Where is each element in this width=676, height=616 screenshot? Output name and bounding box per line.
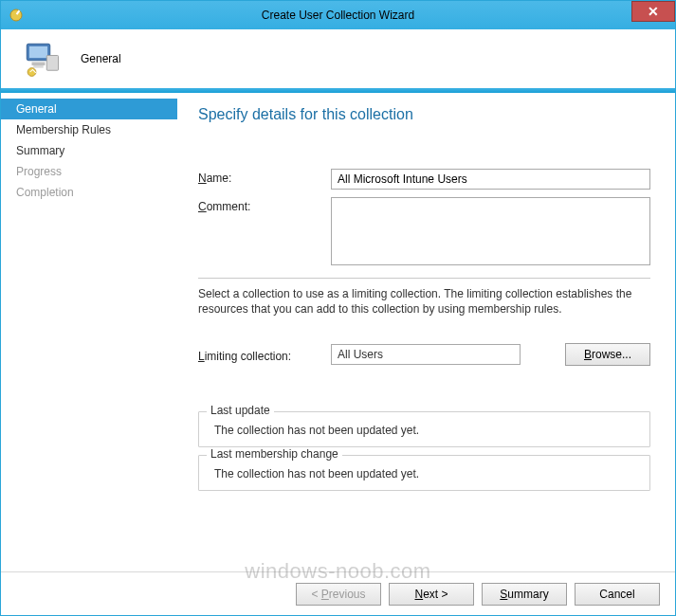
page-title: Specify details for this collection <box>198 106 650 123</box>
svg-rect-6 <box>33 65 44 68</box>
sidebar-item-general[interactable]: General <box>1 99 177 119</box>
computer-icon <box>22 39 62 79</box>
close-button[interactable]: ✕ <box>631 1 675 22</box>
header-banner: General <box>1 29 675 88</box>
svg-point-0 <box>10 9 22 21</box>
sidebar-item-label: Completion <box>16 186 74 199</box>
last-update-group: Last update The collection has not been … <box>198 411 650 447</box>
header-page-label: General <box>81 52 121 65</box>
limiting-label: Limiting collection: <box>198 347 331 363</box>
svg-rect-3 <box>29 46 47 58</box>
last-update-legend: Last update <box>207 404 274 417</box>
sidebar-item-summary[interactable]: Summary <box>1 140 177 161</box>
sidebar-item-label: Membership Rules <box>16 123 111 136</box>
previous-button: < Previous <box>296 583 381 606</box>
sidebar-item-label: General <box>16 102 57 116</box>
window-title: Create User Collection Wizard <box>262 9 414 22</box>
footer: < Previous Next > Summary Cancel <box>1 571 675 615</box>
comment-textarea[interactable] <box>331 197 650 265</box>
browse-button[interactable]: Browse... <box>565 343 650 366</box>
sidebar-item-membership-rules[interactable]: Membership Rules <box>1 119 177 140</box>
body-area: General Membership Rules Summary Progres… <box>1 93 675 571</box>
comment-label: Comment: <box>198 197 331 213</box>
content-panel: Specify details for this collection Name… <box>177 93 675 571</box>
name-label: Name: <box>198 169 331 185</box>
sidebar-item-label: Progress <box>16 165 62 178</box>
summary-button[interactable]: Summary <box>482 583 567 606</box>
last-membership-group: Last membership change The collection ha… <box>198 455 650 491</box>
sidebar-item-progress: Progress <box>1 161 177 182</box>
next-button[interactable]: Next > <box>389 583 474 606</box>
sidebar: General Membership Rules Summary Progres… <box>1 93 177 571</box>
last-update-text: The collection has not been updated yet. <box>209 420 640 437</box>
svg-rect-5 <box>32 63 46 66</box>
svg-rect-4 <box>46 56 58 71</box>
name-row: Name: <box>198 169 650 190</box>
sidebar-item-completion: Completion <box>1 182 177 203</box>
titlebar: Create User Collection Wizard ✕ <box>1 1 675 29</box>
last-membership-text: The collection has not been updated yet. <box>209 463 640 480</box>
comment-row: Comment: <box>198 197 650 268</box>
limiting-collection-display: All Users <box>331 344 521 365</box>
name-input[interactable] <box>331 169 650 190</box>
wizard-window: Create User Collection Wizard ✕ General … <box>0 0 676 616</box>
wizard-mini-icon <box>9 8 24 23</box>
close-icon: ✕ <box>648 4 659 19</box>
sidebar-item-label: Summary <box>16 144 64 157</box>
divider <box>198 278 650 279</box>
cancel-button[interactable]: Cancel <box>575 583 660 606</box>
limiting-help-text: Select a collection to use as a limiting… <box>198 286 650 317</box>
last-membership-legend: Last membership change <box>207 447 342 461</box>
limiting-row: Limiting collection: All Users Browse... <box>198 343 650 366</box>
